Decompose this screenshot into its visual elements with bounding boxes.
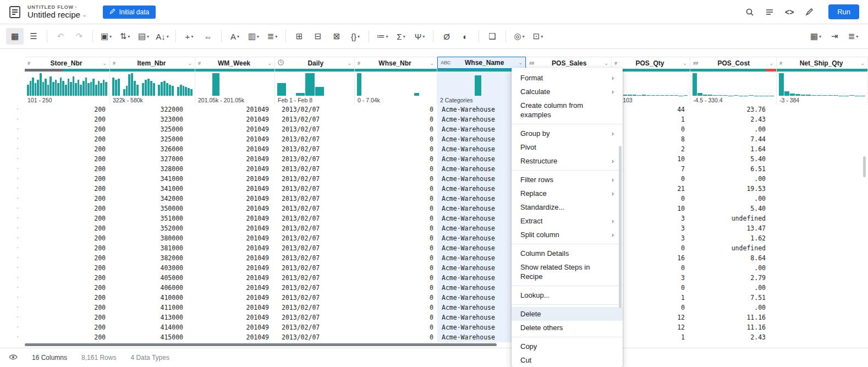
column-menu-chevron-icon[interactable]: ⌄ (188, 61, 192, 66)
row-marker[interactable]: · (0, 114, 25, 124)
grid-cell[interactable]: 200 (25, 204, 110, 213)
grid-cell[interactable] (777, 313, 868, 322)
grid-cell[interactable]: 200 (25, 164, 110, 174)
grid-cell[interactable]: 405000 (110, 273, 195, 283)
grid-cell[interactable]: .00 (690, 303, 777, 313)
row-marker[interactable]: · (0, 332, 25, 342)
grid-cell[interactable] (777, 194, 868, 204)
grid-cell[interactable]: 0 (355, 303, 437, 313)
grid-cell[interactable] (777, 134, 868, 144)
standardize-button[interactable]: ▣▾ (97, 28, 115, 45)
data-quality-bar[interactable] (25, 69, 109, 72)
grid-cell[interactable]: 0 (355, 124, 437, 134)
grid-cell[interactable]: 341000 (110, 174, 195, 184)
grid-cell[interactable]: 201049 (195, 332, 275, 342)
grid-cell[interactable]: 3 (612, 273, 690, 283)
grid-cell[interactable]: 200 (25, 293, 110, 303)
grid-cell[interactable]: 200 (25, 114, 110, 124)
grid-cell[interactable]: 2013/02/07 (275, 293, 355, 303)
grid-cell[interactable]: 2013/02/07 (275, 233, 355, 243)
column-menu-chevron-icon[interactable]: ⌄ (102, 61, 107, 66)
initial-data-badge[interactable]: Initial data (103, 6, 156, 19)
grid-cell[interactable]: 2013/02/07 (275, 223, 355, 233)
grid-cell[interactable]: 406000 (110, 283, 195, 293)
grid-cell[interactable]: 2013/02/07 (275, 184, 355, 194)
menu-item-cut[interactable]: Cut (512, 353, 623, 367)
column-histogram[interactable] (195, 72, 274, 96)
formula-button[interactable]: {}▾ (347, 28, 364, 45)
recipe-title[interactable]: Untitled recipe⌄ (28, 10, 86, 19)
grid-cell[interactable]: 0 (612, 303, 690, 313)
grid-cell[interactable]: 200 (25, 213, 110, 223)
row-marker[interactable]: · (0, 293, 25, 303)
menu-item-delete[interactable]: Delete (512, 307, 623, 321)
grid-cell[interactable] (777, 243, 868, 253)
grid-cell[interactable]: 200 (25, 253, 110, 263)
row-marker[interactable]: · (0, 144, 25, 154)
grid-cell[interactable]: 2013/02/07 (275, 263, 355, 273)
grid-cell[interactable]: 325000 (110, 134, 195, 144)
grid-cell[interactable]: 2.43 (690, 332, 777, 342)
grid-cell[interactable]: 2013/02/07 (275, 154, 355, 164)
search-button[interactable] (741, 4, 758, 20)
grid-cell[interactable]: undefined (690, 213, 777, 223)
grid-cell[interactable]: 0 (355, 184, 437, 194)
menu-scrollbar[interactable] (619, 146, 622, 308)
menu-item-extract[interactable]: Extract› (512, 214, 623, 228)
filter-rows-button[interactable]: ▤▾ (135, 28, 152, 45)
grid-cell[interactable]: 0 (355, 144, 437, 154)
grid-cell[interactable]: 0 (355, 105, 437, 114)
grid-cell[interactable]: 0 (612, 194, 690, 204)
sample-button[interactable]: Ψ▾ (411, 28, 428, 45)
grid-cell[interactable]: 44 (612, 105, 690, 114)
grid-cell[interactable]: 0 (612, 174, 690, 184)
menu-item-copy[interactable]: Copy (512, 339, 623, 353)
breadcrumb[interactable]: UNTITLED FLOW› (28, 4, 86, 10)
grid-cell[interactable]: 1.64 (690, 144, 777, 154)
data-quality-bar[interactable] (355, 69, 437, 72)
column-menu-chevron-icon[interactable]: ⌄ (347, 61, 351, 66)
grid-cell[interactable]: 2013/02/07 (275, 313, 355, 322)
grid-cell[interactable]: 410000 (110, 293, 195, 303)
grid-cell[interactable]: 7.44 (690, 134, 777, 144)
grid-cell[interactable]: 3 (612, 233, 690, 243)
grid-cell[interactable]: 200 (25, 322, 110, 332)
row-marker[interactable]: · (0, 322, 25, 332)
conditional-format-button[interactable]: ≔▾ (373, 28, 391, 45)
grid-cell[interactable]: 200 (25, 194, 110, 204)
grid-cell[interactable]: 201049 (195, 293, 275, 303)
grid-cell[interactable]: 201049 (195, 283, 275, 293)
data-quality-bar[interactable] (110, 69, 195, 72)
menu-item-pivot[interactable]: Pivot (512, 140, 623, 154)
grid-cell[interactable]: 201049 (195, 243, 275, 253)
grid-cell[interactable]: 2.79 (690, 273, 777, 283)
row-marker[interactable]: · (0, 154, 25, 164)
menu-item-filter-rows[interactable]: Filter rows› (512, 173, 623, 187)
aggregate-button[interactable]: Σ▾ (392, 28, 410, 45)
grid-cell[interactable]: 2013/02/07 (275, 253, 355, 263)
grid-cell[interactable]: 10 (612, 204, 690, 213)
row-marker[interactable]: · (0, 253, 25, 263)
row-marker[interactable]: · (0, 303, 25, 313)
menu-item-create-column-from-examples[interactable]: Create column from examples (512, 98, 623, 122)
grid-cell[interactable] (777, 233, 868, 243)
grid-cell[interactable]: 2013/02/07 (275, 124, 355, 134)
grid-cell[interactable]: 2013/02/07 (275, 114, 355, 124)
menu-item-delete-others[interactable]: Delete others (512, 321, 623, 335)
column-menu-chevron-icon[interactable]: ⌄ (769, 61, 773, 66)
grid-cell[interactable] (777, 283, 868, 293)
grid-cell[interactable]: 201049 (195, 263, 275, 273)
grid-cell[interactable]: 201049 (195, 144, 275, 154)
menu-item-standardize[interactable]: Standardize... (512, 200, 623, 214)
grid-cell[interactable]: 0 (355, 253, 437, 263)
union-button[interactable]: ⊟ (309, 28, 327, 45)
grid-cell[interactable]: 328000 (110, 164, 195, 174)
grid-cell[interactable]: 0 (355, 213, 437, 223)
grid-cell[interactable]: 2013/02/07 (275, 332, 355, 342)
grid-cell[interactable]: 2013/02/07 (275, 164, 355, 174)
grid-cell[interactable]: 0 (355, 243, 437, 253)
grid-cell[interactable]: 201049 (195, 253, 275, 263)
column-histogram[interactable] (355, 72, 437, 96)
grid-cell[interactable] (777, 213, 868, 223)
grid-cell[interactable]: 201049 (195, 154, 275, 164)
